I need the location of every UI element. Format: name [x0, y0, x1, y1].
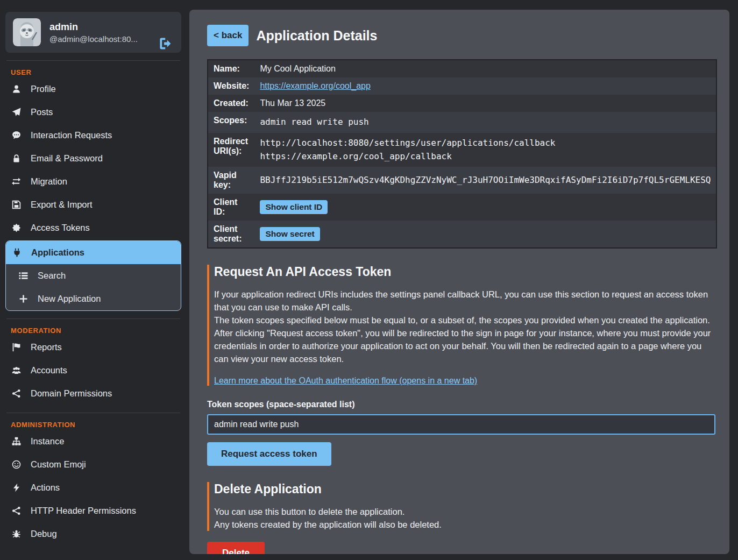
- sidebar-item-new-application[interactable]: New Application: [6, 287, 181, 310]
- sidebar-item-label: Actions: [31, 483, 60, 493]
- token-scopes-label: Token scopes (space-separated list): [207, 400, 715, 409]
- row-label: Vapid key:: [208, 167, 254, 194]
- sidebar-item-label: Debug: [31, 529, 57, 539]
- table-row-name: Name: My Cool Application: [208, 60, 716, 77]
- back-button[interactable]: < back: [207, 25, 249, 46]
- sidebar-item-label: Instance: [31, 436, 64, 446]
- table-row-website: Website: https://example.org/cool_app: [208, 77, 716, 95]
- sitemap-icon: [11, 437, 22, 446]
- sidebar-item-access-tokens[interactable]: Access Tokens: [5, 216, 181, 239]
- sign-out-icon[interactable]: [159, 37, 173, 51]
- delete-line-2: Any tokens created by the application wi…: [214, 518, 715, 531]
- request-token-paragraph-1: If your application redirect URIs includ…: [214, 288, 715, 314]
- sidebar-item-debug[interactable]: Debug: [5, 522, 181, 545]
- user-icon: [11, 84, 22, 94]
- sidebar-item-custom-emoji[interactable]: Custom Emoji: [5, 453, 181, 476]
- sidebar-item-domain-permissions[interactable]: Domain Permissions: [5, 382, 181, 405]
- show-secret-button[interactable]: Show secret: [260, 227, 320, 241]
- request-access-token-button[interactable]: Request access token: [207, 442, 331, 466]
- exchange-icon: [11, 177, 22, 186]
- sidebar-item-label: Applications: [31, 247, 84, 258]
- sidebar-item-accounts[interactable]: Accounts: [5, 359, 181, 382]
- sidebar-item-posts[interactable]: Posts: [5, 101, 181, 124]
- delete-application-section: Delete Application You can use this butt…: [207, 482, 715, 531]
- sidebar-item-reports[interactable]: Reports: [5, 336, 181, 359]
- sidebar-item-instance[interactable]: Instance: [5, 430, 181, 453]
- show-client-id-button[interactable]: Show client ID: [260, 200, 328, 214]
- sidebar-item-profile[interactable]: Profile: [5, 77, 181, 101]
- share-nodes-icon: [11, 506, 22, 515]
- redirect-uri-1: http://localhost:8080/settings/user/appl…: [260, 137, 711, 150]
- user-handle: @admin@localhost:80...: [49, 34, 138, 44]
- table-row-scopes: Scopes: admin read write push: [208, 112, 716, 133]
- sidebar-divider: [6, 413, 180, 413]
- table-row-vapid-key: Vapid key: BBJffJ219b5iE512m7wQSzv4KgKDh…: [208, 167, 716, 194]
- row-value: admin read write push: [254, 112, 716, 133]
- request-token-paragraph-3: After clicking "Request access token", y…: [214, 327, 715, 365]
- lock-icon: [11, 154, 22, 163]
- sidebar-section-moderation: MODERATION: [5, 322, 181, 336]
- paper-plane-icon: [11, 108, 22, 117]
- plug-icon: [11, 248, 22, 257]
- sidebar-section-user: USER: [5, 64, 181, 77]
- sidebar-item-email-password[interactable]: Email & Password: [5, 147, 181, 170]
- row-value: My Cool Application: [254, 60, 716, 77]
- sidebar-item-actions[interactable]: Actions: [5, 476, 181, 499]
- user-card[interactable]: admin @admin@localhost:80...: [5, 12, 181, 53]
- request-token-heading: Request An API Access Token: [214, 265, 715, 279]
- delete-line-1: You can use this button to delete the ap…: [214, 505, 715, 518]
- applications-nav-group: Applications Search New Application: [5, 240, 181, 311]
- request-token-section: Request An API Access Token If your appl…: [207, 265, 715, 386]
- share-nodes-icon: [11, 389, 22, 398]
- certificate-icon: [11, 223, 22, 232]
- sidebar: admin @admin@localhost:80... USER Profil…: [0, 0, 189, 560]
- sidebar-item-label: Migration: [31, 176, 67, 187]
- website-link[interactable]: https://example.org/cool_app: [260, 81, 370, 90]
- sidebar-item-label: Export & Import: [31, 200, 93, 210]
- row-value: Thu Mar 13 2025: [254, 95, 716, 112]
- sidebar-item-applications[interactable]: Applications: [6, 241, 181, 264]
- row-value: http://localhost:8080/settings/user/appl…: [254, 133, 716, 167]
- sidebar-item-migration[interactable]: Migration: [5, 170, 181, 193]
- applications-submenu: Search New Application: [6, 264, 181, 310]
- users-icon: [11, 366, 22, 375]
- user-display-name: admin: [49, 22, 138, 33]
- table-row-created: Created: Thu Mar 13 2025: [208, 95, 716, 112]
- sidebar-item-interaction-requests[interactable]: Interaction Requests: [5, 124, 181, 147]
- sidebar-divider: [6, 318, 180, 319]
- row-label: Client secret:: [208, 221, 254, 248]
- row-label: Website:: [208, 77, 254, 95]
- sidebar-item-label: Custom Emoji: [31, 459, 86, 470]
- token-scopes-input[interactable]: [207, 414, 715, 435]
- oauth-docs-link[interactable]: Learn more about the OAuth authenticatio…: [214, 376, 477, 385]
- table-row-client-secret: Client secret: Show secret: [208, 221, 716, 248]
- sidebar-item-label: Reports: [31, 342, 62, 352]
- comment-dots-icon: [11, 131, 22, 140]
- sidebar-item-label: Email & Password: [31, 153, 103, 164]
- redirect-uri-2: https://example.org/cool_app/callback: [260, 150, 711, 164]
- bug-icon: [11, 529, 22, 538]
- row-label: Client ID:: [208, 194, 254, 221]
- sidebar-section-administration: ADMINISTRATION: [5, 416, 181, 430]
- row-label: Created:: [208, 95, 254, 112]
- page-title: Application Details: [256, 28, 377, 44]
- plus-icon: [18, 294, 29, 303]
- smile-icon: [11, 460, 22, 469]
- avatar: [13, 18, 41, 46]
- table-row-redirect-uris: Redirect URI(s): http://localhost:8080/s…: [208, 133, 716, 167]
- sidebar-divider: [6, 60, 180, 61]
- table-row-client-id: Client ID: Show client ID: [208, 194, 716, 221]
- floppy-icon: [11, 200, 22, 209]
- delete-heading: Delete Application: [214, 482, 715, 497]
- sidebar-item-http-header-permissions[interactable]: HTTP Header Permissions: [5, 499, 181, 522]
- sidebar-item-label: Accounts: [31, 365, 67, 375]
- flag-icon: [11, 343, 22, 352]
- sidebar-item-applications-search[interactable]: Search: [6, 264, 181, 287]
- row-label: Redirect URI(s):: [208, 133, 254, 167]
- application-details-table: Name: My Cool Application Website: https…: [207, 59, 717, 249]
- row-label: Scopes:: [208, 112, 254, 133]
- sidebar-item-export-import[interactable]: Export & Import: [5, 193, 181, 216]
- delete-button[interactable]: Delete: [207, 542, 265, 554]
- sidebar-item-label: HTTP Header Permissions: [31, 506, 136, 516]
- token-scopes-form: Token scopes (space-separated list) Requ…: [207, 400, 715, 466]
